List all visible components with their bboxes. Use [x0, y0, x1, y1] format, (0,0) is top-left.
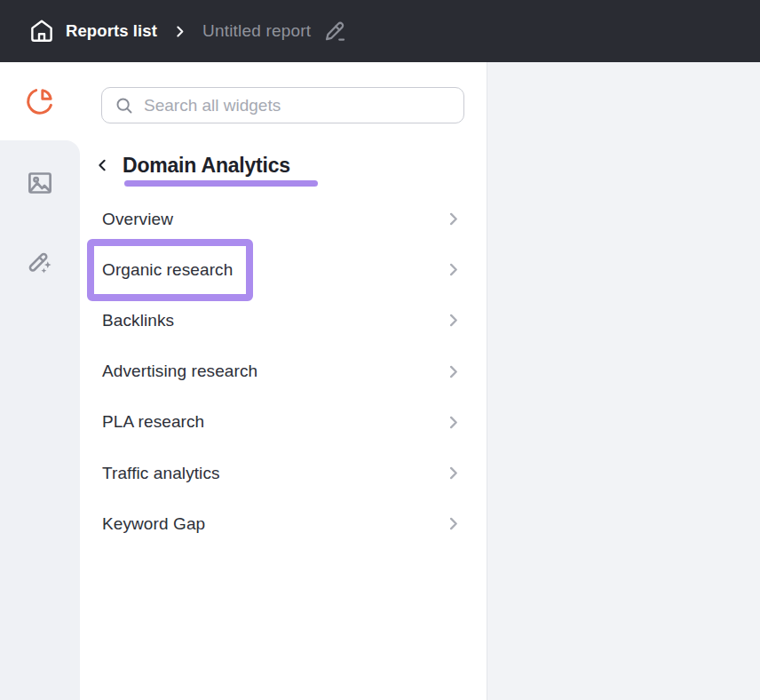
back-button[interactable] [93, 155, 111, 176]
home-icon [28, 18, 55, 44]
list-item-label: Traffic analytics [102, 464, 220, 483]
breadcrumb-chevron-icon [172, 24, 187, 39]
rail-item-images[interactable] [24, 167, 56, 199]
list-item-backlinks[interactable]: Backlinks [80, 295, 487, 346]
search-input[interactable] [144, 96, 451, 115]
rail-item-magic[interactable] [24, 245, 56, 277]
rail-inactive-section [0, 140, 80, 700]
rail-active-section [0, 62, 80, 140]
list-item-label: Keyword Gap [102, 514, 205, 534]
list-item-label: Overview [102, 210, 173, 229]
list-item-label: Advertising research [102, 362, 257, 381]
topbar: Reports list Untitled report [0, 0, 760, 62]
list-item-label: Organic research [102, 259, 233, 281]
edit-pencil-icon [323, 20, 347, 44]
app-root: Reports list Untitled report [0, 0, 760, 700]
chevron-left-icon [94, 156, 110, 174]
sidebar-rail [0, 62, 80, 700]
rail-item-widgets[interactable] [24, 85, 56, 117]
list-item-pla-research[interactable]: PLA research [80, 397, 487, 448]
chevron-right-icon [445, 414, 462, 431]
widget-category-list: Overview Organic research Backlinks [80, 194, 487, 549]
list-item-label: Backlinks [102, 311, 174, 330]
chevron-right-icon [445, 211, 462, 227]
list-item-keyword-gap[interactable]: Keyword Gap [80, 498, 487, 549]
list-item-overview[interactable]: Overview [80, 194, 487, 244]
list-item-traffic-analytics[interactable]: Traffic analytics [80, 448, 487, 498]
list-item-organic-research[interactable]: Organic research [80, 244, 487, 295]
title-underline [124, 180, 318, 187]
report-canvas [488, 62, 760, 700]
magic-wand-icon [25, 246, 55, 276]
widgets-panel: Domain Analytics Overview Organic resear… [80, 62, 487, 700]
section-header: Domain Analytics [93, 152, 290, 179]
search-box [101, 87, 464, 123]
chevron-right-icon [445, 312, 462, 329]
search-icon [115, 96, 134, 115]
edit-report-button[interactable] [321, 17, 349, 45]
list-item-label: PLA research [102, 412, 204, 432]
image-icon [25, 168, 55, 198]
list-item-advertising-research[interactable]: Advertising research [80, 346, 487, 397]
highlight-box: Organic research [87, 239, 253, 301]
home-button[interactable] [27, 16, 57, 46]
chevron-right-icon [445, 465, 462, 481]
chevron-right-icon [445, 515, 462, 532]
section-title: Domain Analytics [123, 154, 290, 178]
breadcrumb-reports-list[interactable]: Reports list [66, 21, 157, 41]
chevron-right-icon [445, 363, 462, 380]
chevron-right-icon [445, 261, 462, 278]
pie-chart-icon [24, 85, 56, 117]
report-title: Untitled report [202, 21, 311, 41]
